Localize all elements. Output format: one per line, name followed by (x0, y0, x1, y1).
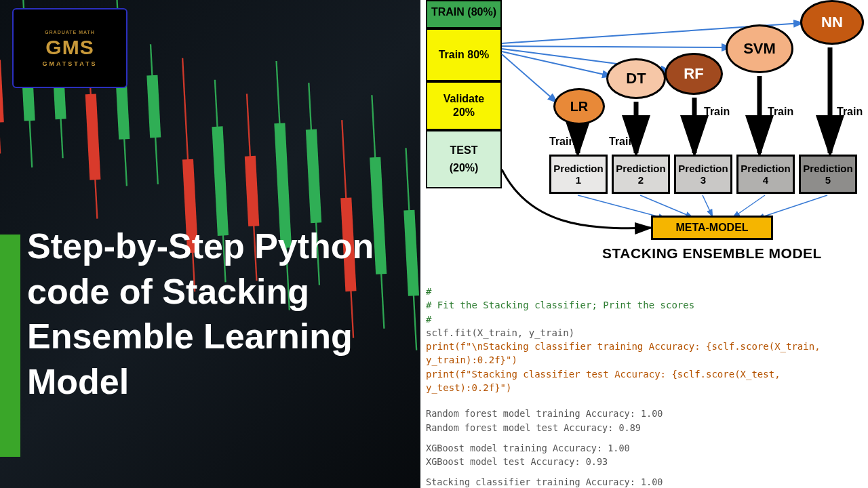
model-nn: NN (800, 0, 864, 45)
meta-model-box: META-MODEL (651, 216, 773, 240)
accent-bar (0, 235, 20, 457)
channel-logo: GRADUATE MATH GMS GMATSTATS (12, 8, 127, 88)
model-dt: DT (606, 58, 666, 99)
out-xgb-train: XGBoost model training Accuracy: 1.00 (426, 441, 860, 455)
model-lr: LR (553, 88, 605, 125)
logo-main: GMS (43, 36, 98, 59)
split-validate-l2: 20% (453, 106, 475, 119)
prediction-3: Prediction3 (674, 155, 732, 194)
code-line-fit: sclf.fit(X_train, y_train) (426, 326, 860, 340)
prediction-4: Prediction4 (736, 155, 795, 194)
train-label-1: Train (549, 136, 575, 148)
left-hero-panel: GRADUATE MATH GMS GMATSTATS Step-by-Step… (0, 0, 420, 488)
out-xgb-test: XGBoost model test Accuracy: 0.93 (426, 455, 860, 468)
svg-line-12 (703, 195, 712, 216)
logo-arc-text: GRADUATE MATH (43, 30, 98, 35)
train-label-4: Train (768, 106, 793, 118)
prediction-5: Prediction5 (799, 155, 857, 194)
data-split-column: TRAIN (80%) Train 80% Validate 20% TEST … (426, 0, 502, 188)
train-label-5: Train (837, 106, 863, 118)
prediction-row: Prediction1 Prediction2 Prediction3 Pred… (549, 155, 857, 194)
train-label-3: Train (704, 106, 730, 118)
out-rf-test: Random forest model test Accuracy: 0.89 (426, 421, 860, 434)
code-line-print2: print(f"Stacking classifier test Accurac… (426, 367, 860, 395)
split-test-l1: TEST (450, 144, 478, 157)
out-stack-train: Stacking classifier training Accuracy: 1… (426, 475, 860, 488)
meta-model-title: STACKING ENSEMBLE MODEL (597, 245, 827, 262)
code-comment-3: # (426, 312, 860, 326)
svg-line-0 (502, 54, 556, 102)
train-label-2: Train (609, 136, 635, 148)
output-block: Random forest model training Accuracy: 1… (426, 407, 860, 488)
out-rf-train: Random forest model training Accuracy: 1… (426, 407, 860, 420)
svg-line-10 (578, 195, 665, 218)
code-comment-1: # (426, 285, 860, 298)
model-rf: RF (665, 53, 723, 95)
svg-line-1 (502, 52, 610, 76)
page-title: Step-by-Step Python code of Stacking Ens… (27, 224, 420, 404)
split-train: Train 80% (426, 28, 502, 81)
svg-line-3 (502, 46, 730, 47)
meta-model-group: META-MODEL STACKING ENSEMBLE MODEL (597, 216, 827, 262)
prediction-2: Prediction2 (612, 155, 670, 194)
model-svm: SVM (726, 24, 793, 73)
split-validate-l1: Validate (443, 92, 484, 106)
prediction-1: Prediction1 (549, 155, 608, 194)
svg-line-14 (758, 195, 827, 218)
split-train-all: TRAIN (80%) (426, 0, 502, 28)
code-line-print1: print(f"\nStacking classifier training A… (426, 340, 860, 367)
logo-sub: GMATSTATS (43, 60, 98, 67)
svg-line-13 (734, 195, 765, 217)
split-validate: Validate 20% (426, 81, 502, 130)
right-panel: TRAIN (80%) Train 80% Validate 20% TEST … (420, 0, 868, 488)
svg-line-11 (640, 195, 692, 217)
code-panel: # # Fit the Stacking classifier; Print t… (426, 285, 860, 479)
split-test-l2: (20%) (450, 161, 479, 175)
code-comment-2: # Fit the Stacking classifier; Print the… (426, 298, 860, 312)
split-test: TEST (20%) (426, 130, 502, 188)
